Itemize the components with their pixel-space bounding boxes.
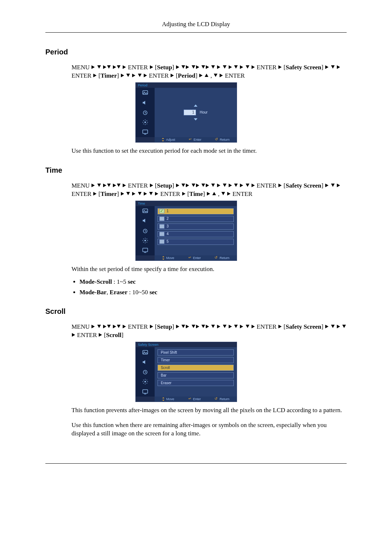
nav-path-period: MENU ENTER [Setup] ENTER [Safety Screen]… xyxy=(72,63,347,80)
arrow-down-icon xyxy=(342,325,346,328)
arrow-right-icon xyxy=(229,325,232,328)
arrow-down-icon xyxy=(223,184,226,187)
path-text: Safety Screen xyxy=(286,323,321,330)
osd-list-item-label: 4 xyxy=(166,231,169,237)
osd-return-icon xyxy=(215,398,218,401)
arrow-right-icon xyxy=(227,192,230,196)
path-text: MENU xyxy=(72,182,90,189)
osd-list-item[interactable]: 1 xyxy=(158,208,234,214)
osd-list-item-label: 5 xyxy=(166,239,169,244)
list-item-sep: : xyxy=(127,289,132,296)
arrow-down-icon xyxy=(331,325,335,328)
arrow-down-icon xyxy=(246,184,249,187)
svg-rect-14 xyxy=(143,390,148,393)
osd-icon-setup-icon xyxy=(136,235,155,245)
osd-list-item[interactable]: Timer xyxy=(158,357,234,363)
arrow-right-icon xyxy=(217,184,220,187)
arrow-right-icon xyxy=(113,325,116,328)
osd-list-item[interactable]: 5 xyxy=(158,239,234,245)
arrow-down-icon xyxy=(331,65,335,69)
arrow-down-icon xyxy=(234,325,238,328)
osd-list-item[interactable]: Scroll xyxy=(158,365,234,371)
list-item-unit: sec xyxy=(150,289,158,296)
arrow-right-icon xyxy=(144,74,147,77)
arrow-right-icon xyxy=(186,184,189,187)
arrow-right-icon xyxy=(176,325,179,328)
arrow-down-icon xyxy=(138,74,142,77)
section-description: Use this function to set the execution p… xyxy=(72,147,347,155)
arrow-right-icon xyxy=(91,65,95,69)
section-description: This function prevents after-images on t… xyxy=(72,406,347,415)
path-text: Setup xyxy=(157,323,172,330)
osd-list-item[interactable]: Bar xyxy=(158,372,234,378)
osd-caret-up-icon[interactable] xyxy=(194,104,197,107)
arrow-right-icon xyxy=(220,74,223,77)
page-header: Adjusting the LCD Display xyxy=(45,20,347,33)
arrow-right-icon xyxy=(206,325,209,328)
nav-path-time: MENU ENTER [Setup] ENTER [Safety Screen]… xyxy=(72,182,347,198)
arrow-down-icon xyxy=(117,65,121,69)
arrow-right-icon xyxy=(155,192,158,196)
arrow-down-icon xyxy=(214,74,217,77)
arrow-right-icon xyxy=(217,325,220,328)
osd-icon-picture-icon xyxy=(136,206,155,216)
osd-icon-setup-icon xyxy=(136,377,155,387)
arrow-right-icon xyxy=(278,65,282,69)
arrow-down-icon xyxy=(192,184,195,187)
arrow-down-icon xyxy=(97,184,101,187)
osd-caret-down-icon[interactable] xyxy=(194,118,197,120)
arrow-down-icon xyxy=(181,65,185,69)
osd-list-item[interactable]: 2 xyxy=(158,216,234,222)
osd-icon-timer-icon xyxy=(136,107,155,117)
osd-sidebar xyxy=(136,206,155,255)
arrow-right-icon xyxy=(252,65,255,69)
osd-icon-screen-icon xyxy=(136,387,155,397)
path-text: Setup xyxy=(157,64,172,71)
arrow-up-icon xyxy=(212,192,216,195)
arrow-down-icon xyxy=(223,65,226,69)
svg-rect-9 xyxy=(143,248,148,252)
arrow-down-icon xyxy=(126,74,130,77)
arrow-right-icon xyxy=(207,192,210,196)
svg-rect-4 xyxy=(143,130,148,134)
path-text: ENTER xyxy=(257,64,277,71)
arrow-down-icon xyxy=(223,325,226,328)
arrow-down-icon xyxy=(181,325,185,328)
arrow-right-icon xyxy=(150,184,153,187)
arrow-right-icon xyxy=(121,192,124,196)
osd-footer-label: Enter xyxy=(193,138,201,142)
osd-footer: Move Enter Return xyxy=(155,255,237,260)
osd-adjust-icon xyxy=(162,138,164,141)
osd-icon-setup-icon xyxy=(136,117,155,127)
arrow-down-icon xyxy=(331,184,335,187)
osd-list-item[interactable]: 4 xyxy=(158,231,234,237)
arrow-right-icon xyxy=(229,65,232,69)
list-item-value: 10~50 xyxy=(132,289,148,296)
osd-list-item[interactable]: 3 xyxy=(158,223,234,230)
osd-footer-label: Move xyxy=(166,397,174,401)
osd-icon-timer-icon xyxy=(136,226,155,235)
osd-title: Safety Screen xyxy=(136,342,237,348)
arrow-down-icon xyxy=(234,65,238,69)
path-text: Time xyxy=(189,190,203,197)
arrow-down-icon xyxy=(149,192,153,195)
arrow-right-icon xyxy=(229,184,232,187)
arrow-right-icon xyxy=(278,184,282,187)
osd-title: Period xyxy=(136,83,237,88)
arrow-down-icon xyxy=(221,192,225,195)
section-heading-time: Time xyxy=(45,165,347,175)
arrow-right-icon xyxy=(325,65,328,69)
arrow-right-icon xyxy=(337,325,340,328)
osd-list-item[interactable]: Eraser xyxy=(158,380,234,386)
section-heading-period: Period xyxy=(45,47,347,57)
osd-list-item[interactable]: Pixel Shift xyxy=(158,349,234,356)
list-item-label: Eraser xyxy=(110,289,127,296)
arrow-right-icon xyxy=(182,192,185,196)
osd-period-value[interactable]: 1 xyxy=(184,110,196,115)
osd-icon-picture-icon xyxy=(136,88,155,98)
osd-panel-period: Period 1 Hour xyxy=(135,82,237,143)
path-text: ENTER xyxy=(257,323,277,330)
osd-main: Pixel ShiftTimerScrollBarEraser xyxy=(155,347,237,397)
osd-sidebar xyxy=(136,88,155,137)
osd-checkbox-icon xyxy=(159,217,164,221)
